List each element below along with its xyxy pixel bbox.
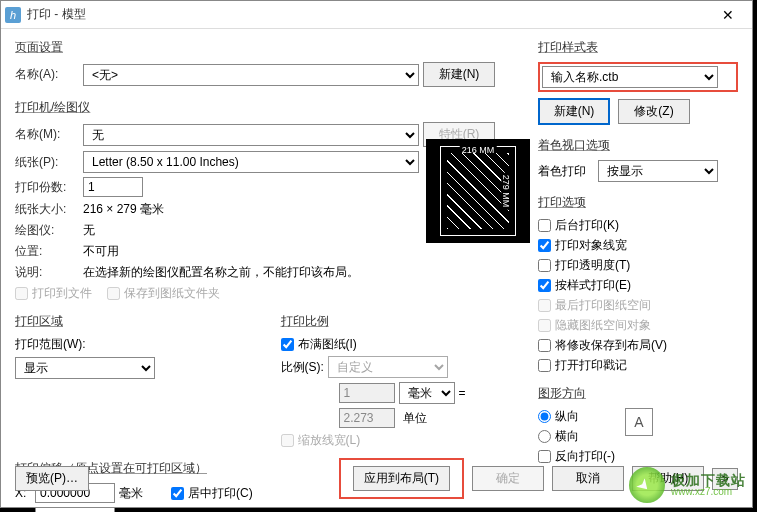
ratio-label: 比例(S):	[281, 359, 324, 376]
opt-save-label: 将修改保存到布局(V)	[555, 337, 667, 354]
portrait-label: 纵向	[555, 408, 579, 425]
watermark-en: www.xz7.com	[671, 487, 746, 497]
plotter-value: 无	[83, 222, 95, 239]
offset-y-input[interactable]	[35, 507, 115, 512]
scale-num2-input[interactable]	[339, 408, 395, 428]
scale-lw-checkbox[interactable]	[281, 434, 294, 447]
watermark-cn: 极加下载站	[671, 473, 746, 487]
orientation-group: 图形方向 纵向 横向 反向打印(-) A	[538, 383, 738, 470]
paper-size-value: 216 × 279 毫米	[83, 201, 164, 218]
scale-unit-select[interactable]: 毫米	[399, 382, 455, 404]
opt-trans-label: 打印透明度(T)	[555, 257, 630, 274]
opt-lw-label: 打印对象线宽	[555, 237, 627, 254]
preview-button[interactable]: 预览(P)…	[15, 466, 89, 491]
portrait-radio[interactable]	[538, 410, 551, 423]
paper-preview: 216 MM 279 MM	[426, 139, 530, 243]
plotter-label: 绘图仪:	[15, 222, 79, 239]
orientation-icon: A	[625, 408, 653, 436]
ratio-select[interactable]: 自定义	[328, 356, 448, 378]
fit-to-paper-checkbox[interactable]	[281, 338, 294, 351]
print-options-group: 打印选项 后台打印(K) 打印对象线宽 打印透明度(T) 按样式打印(E) 最后…	[538, 192, 738, 379]
opt-bg-label: 后台打印(K)	[555, 217, 619, 234]
close-button[interactable]: ✕	[708, 4, 748, 26]
print-options-title: 打印选项	[538, 194, 738, 211]
apply-layout-button[interactable]: 应用到布局(T)	[353, 466, 450, 491]
page-setup-title: 页面设置	[15, 39, 530, 56]
opt-bg-checkbox[interactable]	[538, 219, 551, 232]
printer-group: 打印机/绘图仪 名称(M): 无 特性(R) 纸张(P): Letter (8.…	[15, 97, 530, 307]
location-value: 不可用	[83, 243, 119, 260]
page-new-button[interactable]: 新建(N)	[423, 62, 495, 87]
opt-style-checkbox[interactable]	[538, 279, 551, 292]
equals-label: =	[459, 386, 466, 400]
shade-viewport-group: 着色视口选项 着色打印 按显示	[538, 135, 738, 188]
opt-paperspace-label: 最后打印图纸空间	[555, 297, 651, 314]
print-scale-title: 打印比例	[281, 313, 531, 330]
desc-label: 说明:	[15, 264, 79, 281]
print-range-label: 打印范围(W):	[15, 336, 265, 353]
opt-lw-checkbox[interactable]	[538, 239, 551, 252]
print-to-file-checkbox[interactable]	[15, 287, 28, 300]
copies-input[interactable]	[83, 177, 143, 197]
opt-stamp-label: 打开打印戳记	[555, 357, 627, 374]
app-icon: h	[5, 7, 21, 23]
shade-select[interactable]: 按显示	[598, 160, 718, 182]
paper-select[interactable]: Letter (8.50 x 11.00 Inches)	[83, 151, 419, 173]
save-sheet-label: 保存到图纸文件夹	[124, 285, 220, 302]
opt-hideps-checkbox[interactable]	[538, 319, 551, 332]
opt-style-label: 按样式打印(E)	[555, 277, 631, 294]
shade-label: 着色打印	[538, 163, 594, 180]
page-name-select[interactable]: <无>	[83, 64, 419, 86]
desc-value: 在选择新的绘图仪配置名称之前，不能打印该布局。	[83, 264, 359, 281]
plot-style-group: 打印样式表 输入名称.ctb 新建(N) 修改(Z)	[538, 37, 738, 131]
plot-style-title: 打印样式表	[538, 39, 738, 56]
paper-size-label: 纸张大小:	[15, 201, 79, 218]
opt-stamp-checkbox[interactable]	[538, 359, 551, 372]
print-scale-group: 打印比例 布满图纸(I) 比例(S): 自定义 毫米 =	[281, 311, 531, 454]
ok-button[interactable]: 确定	[472, 466, 544, 491]
scale-num1-input[interactable]	[339, 383, 395, 403]
apply-highlight: 应用到布局(T)	[339, 458, 464, 499]
unit-bottom-label: 单位	[399, 410, 455, 427]
print-area-group: 打印区域 打印范围(W): 显示	[15, 311, 265, 454]
print-dialog: h 打印 - 模型 ✕ 页面设置 名称(A): <无> 新建(N) 打印机/绘图…	[0, 0, 753, 508]
preview-height-label: 279 MM	[502, 173, 512, 210]
paper-label: 纸张(P):	[15, 154, 79, 171]
save-sheet-checkbox[interactable]	[107, 287, 120, 300]
opt-hideps-label: 隐藏图纸空间对象	[555, 317, 651, 334]
opt-trans-checkbox[interactable]	[538, 259, 551, 272]
offset-y-unit: 毫米	[119, 509, 143, 513]
orientation-title: 图形方向	[538, 385, 738, 402]
copies-label: 打印份数:	[15, 179, 79, 196]
printer-name-select[interactable]: 无	[83, 124, 419, 146]
printer-name-label: 名称(M):	[15, 126, 79, 143]
landscape-radio[interactable]	[538, 430, 551, 443]
print-range-select[interactable]: 显示	[15, 357, 155, 379]
print-area-title: 打印区域	[15, 313, 265, 330]
watermark: 极加下载站 www.xz7.com	[629, 467, 746, 503]
page-name-label: 名称(A):	[15, 66, 79, 83]
print-to-file-label: 打印到文件	[32, 285, 92, 302]
printer-title: 打印机/绘图仪	[15, 99, 530, 116]
opt-paperspace-checkbox[interactable]	[538, 299, 551, 312]
landscape-label: 横向	[555, 428, 579, 445]
titlebar: h 打印 - 模型 ✕	[1, 1, 752, 29]
style-modify-button[interactable]: 修改(Z)	[618, 99, 690, 124]
location-label: 位置:	[15, 243, 79, 260]
opt-save-checkbox[interactable]	[538, 339, 551, 352]
plot-style-highlight: 输入名称.ctb	[538, 62, 738, 92]
shade-viewport-title: 着色视口选项	[538, 137, 738, 154]
page-setup-group: 页面设置 名称(A): <无> 新建(N)	[15, 37, 530, 93]
scale-lw-label: 缩放线宽(L)	[298, 432, 361, 449]
watermark-logo-icon	[629, 467, 665, 503]
fit-to-paper-label: 布满图纸(I)	[298, 336, 357, 353]
window-title: 打印 - 模型	[27, 6, 708, 23]
style-new-button[interactable]: 新建(N)	[538, 98, 610, 125]
cancel-button[interactable]: 取消	[552, 466, 624, 491]
plot-style-select[interactable]: 输入名称.ctb	[542, 66, 718, 88]
